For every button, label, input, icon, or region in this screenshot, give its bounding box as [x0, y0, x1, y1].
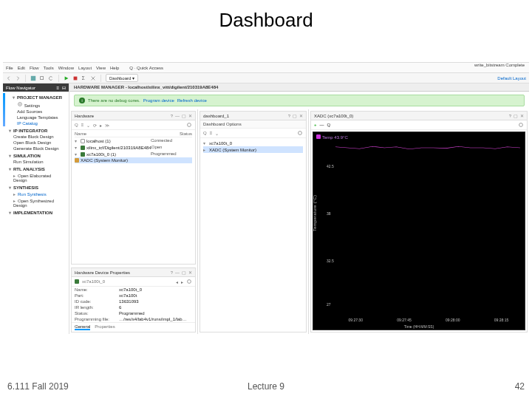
nav-section-implementation[interactable]: ▾IMPLEMENTATION: [3, 208, 69, 216]
nav-run-simulation[interactable]: Run Simulation: [3, 159, 69, 165]
chip-icon: [81, 146, 85, 150]
nav-add-sources[interactable]: Add Sources: [7, 109, 69, 115]
nav-create-block-design[interactable]: Create Block Design: [3, 134, 69, 140]
cancel-icon[interactable]: [90, 75, 96, 81]
menu-help[interactable]: Help: [110, 66, 119, 70]
nav-section-rtl-analysis[interactable]: ▾RTL ANALYSIS: [3, 165, 69, 172]
copy-icon[interactable]: [39, 75, 45, 81]
nav-open-block-design[interactable]: Open Block Design: [3, 140, 69, 146]
step-icon[interactable]: ≫: [105, 123, 109, 128]
device-properties-title: Hardware Device Properties: [75, 270, 130, 275]
nav-ip-catalog[interactable]: IP Catalog: [7, 120, 69, 126]
nav-section-ip-integrator[interactable]: ▾IP INTEGRATOR: [3, 126, 69, 134]
add-icon[interactable]: +: [314, 123, 317, 127]
maximize-icon[interactable]: ▢: [182, 113, 186, 118]
tab-general[interactable]: General: [75, 324, 90, 330]
forward-icon[interactable]: [15, 75, 21, 81]
footer-left: 6.111 Fall 2019: [7, 381, 69, 392]
menu-file[interactable]: File: [6, 66, 13, 70]
quick-access[interactable]: Q · Quick Access: [129, 66, 163, 70]
minimize-icon[interactable]: —: [175, 114, 180, 118]
tree-item[interactable]: ▸XADC (System Monitor): [203, 146, 303, 153]
nav-section-project-manager[interactable]: ▾PROJECT MANAGER: [7, 93, 69, 100]
collapse-icon[interactable]: ⌄: [215, 131, 219, 136]
nav-settings[interactable]: Settings: [7, 100, 69, 109]
tab-properties[interactable]: Properties: [95, 324, 115, 330]
table-row[interactable]: ▾xilinx_tcf/Digilent/210319A8E484Open: [75, 144, 192, 151]
app-window: File Edit Flow Tools Window Layout View …: [3, 62, 529, 334]
x-tick: 09:27:45: [397, 318, 411, 322]
xadc-panel: XADC (xc7a100t_0) ? ▢ ✕ + — Q: [310, 111, 528, 332]
menu-tools[interactable]: Tools: [44, 66, 54, 70]
sigma-icon[interactable]: Σ: [81, 75, 87, 81]
close-icon[interactable]: ✕: [520, 113, 524, 118]
collapse-icon[interactable]: ≡: [56, 86, 59, 90]
help-icon[interactable]: ?: [509, 114, 511, 118]
dashboard-button[interactable]: Dashboard ▾: [106, 74, 138, 82]
play-icon[interactable]: ▸: [100, 123, 102, 128]
flow-navigator: Flow Navigator ≡ ⊟ ▾PROJECT MANAGER Sett…: [3, 83, 69, 334]
search-icon[interactable]: Q: [327, 123, 331, 127]
hardware-panel-title: Hardware: [75, 114, 94, 118]
nav-section-simulation[interactable]: ▾SIMULATION: [3, 151, 69, 159]
search-icon[interactable]: Q: [203, 131, 207, 135]
prop-row: Part:xc7a100t: [72, 293, 195, 299]
close-icon[interactable]: ✕: [299, 113, 303, 118]
layout-selector[interactable]: Default Layout: [497, 76, 526, 81]
table-row[interactable]: XADC (System Monitor): [75, 157, 192, 163]
flow-navigator-title: Flow Navigator: [6, 86, 35, 90]
svg-rect-2: [74, 76, 78, 80]
prev-icon[interactable]: ◂: [176, 279, 178, 284]
expand-icon[interactable]: ≡: [210, 131, 213, 135]
search-icon[interactable]: Q: [75, 123, 78, 127]
maximize-icon[interactable]: ▢: [293, 113, 297, 118]
next-icon[interactable]: ▸: [181, 279, 183, 284]
gear-icon[interactable]: [186, 122, 192, 128]
table-row[interactable]: ▾xc7a100t_0 (1)Programmed: [75, 151, 192, 157]
menu-window[interactable]: Window: [58, 66, 74, 70]
menu-layout[interactable]: Layout: [78, 66, 92, 70]
help-icon[interactable]: ?: [171, 270, 173, 275]
nav-open-synthesized-design[interactable]: ▸Open Synthesized Design: [3, 197, 69, 208]
help-icon[interactable]: ?: [171, 114, 173, 118]
x-tick: 09:27:30: [348, 318, 362, 322]
undo-icon[interactable]: [48, 75, 54, 81]
table-row[interactable]: ▾localhost (1)Connected: [75, 137, 192, 144]
svg-point-6: [188, 123, 191, 127]
nav-section-synthesis[interactable]: ▾SYNTHESIS: [3, 183, 69, 191]
remove-icon[interactable]: —: [320, 123, 324, 127]
expand-icon[interactable]: ≡: [81, 123, 84, 127]
nav-open-elaborated-design[interactable]: ▸Open Elaborated Design: [3, 172, 69, 183]
nav-run-synthesis[interactable]: ▸Run Synthesis: [3, 191, 69, 197]
back-icon[interactable]: [6, 75, 12, 81]
host-icon: [81, 139, 85, 143]
program-device-link[interactable]: Program device: [143, 98, 174, 103]
save-icon[interactable]: [30, 75, 36, 81]
temperature-chart[interactable]: Temp 43.9°C Temperature (°C) 42.5 38 32.…: [313, 132, 525, 330]
refresh-icon[interactable]: ⟳: [93, 123, 97, 128]
tree-item[interactable]: ▾xc7a100t_0: [203, 140, 303, 146]
maximize-icon[interactable]: ▢: [514, 113, 518, 118]
gear-icon[interactable]: [186, 279, 192, 284]
nav-language-templates[interactable]: Language Templates: [7, 115, 69, 120]
run-icon[interactable]: [64, 75, 69, 81]
menu-edit[interactable]: Edit: [18, 66, 25, 70]
nav-generate-block-design[interactable]: Generate Block Design: [3, 146, 69, 151]
maximize-icon[interactable]: ▢: [182, 270, 186, 275]
prop-row: Status:Programmed: [72, 310, 195, 316]
minimize-icon[interactable]: —: [175, 270, 180, 275]
menu-view[interactable]: View: [96, 66, 106, 70]
close-icon[interactable]: ✕: [188, 113, 192, 118]
y-tick: 42.5: [327, 164, 334, 168]
stop-icon[interactable]: [72, 75, 78, 81]
x-tick: 09:28:00: [446, 318, 460, 322]
refresh-device-link[interactable]: Refresh device: [177, 98, 207, 103]
gear-icon[interactable]: [297, 130, 303, 136]
menu-flow[interactable]: Flow: [30, 66, 39, 70]
chart-legend: Temp 43.9°C: [316, 134, 348, 140]
close-icon[interactable]: ✕: [188, 270, 192, 275]
pin-icon[interactable]: ⊟: [62, 85, 66, 90]
filter-icon[interactable]: ⌄: [86, 123, 90, 128]
help-icon[interactable]: ?: [288, 114, 290, 118]
gear-icon[interactable]: [518, 122, 524, 128]
